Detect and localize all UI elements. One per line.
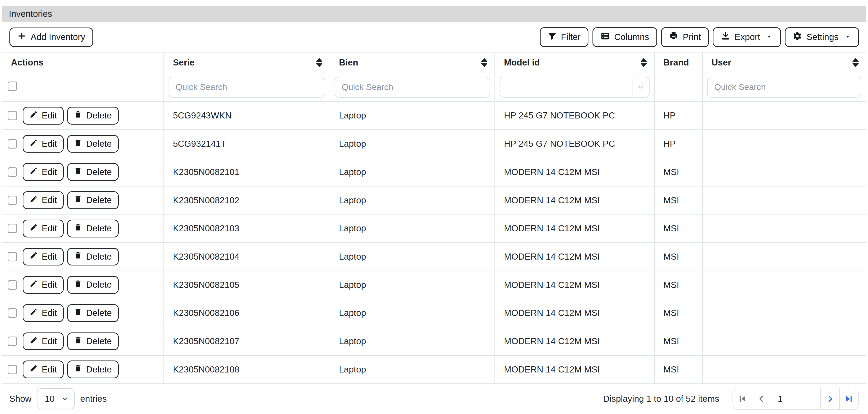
cell-brand: MSI (654, 271, 703, 299)
settings-button[interactable]: Settings (785, 27, 859, 47)
edit-button[interactable]: Edit (23, 304, 64, 322)
table-body: Edit Delete 5CG9243WKN Laptop HP 245 G7 … (2, 102, 866, 383)
bien-search-input[interactable] (335, 77, 490, 98)
row-checkbox[interactable] (8, 336, 17, 346)
row-checkbox[interactable] (8, 280, 17, 290)
last-page-button[interactable] (839, 388, 858, 409)
column-header-brand: Brand (654, 52, 703, 72)
table-row: Edit Delete K2305N0082103 Laptop MODERN … (2, 214, 866, 242)
export-label: Export (735, 32, 760, 42)
row-checkbox[interactable] (8, 252, 17, 261)
show-label: Show (9, 394, 32, 404)
delete-label: Delete (86, 223, 112, 234)
cell-user (703, 214, 866, 242)
column-header-model-id[interactable]: Model id (495, 52, 654, 72)
page-size-select[interactable]: 10 (37, 388, 74, 409)
row-checkbox[interactable] (8, 308, 17, 318)
delete-button[interactable]: Delete (67, 163, 119, 181)
cell-model-id: MODERN 14 C12M MSI (495, 214, 654, 242)
column-label: Bien (339, 58, 358, 67)
column-header-serie[interactable]: Serie (164, 52, 330, 72)
cell-brand: HP (654, 102, 703, 130)
cell-actions: Edit Delete (2, 327, 164, 355)
edit-button[interactable]: Edit (23, 248, 64, 266)
row-checkbox[interactable] (8, 167, 17, 177)
table-header-row: Actions Serie Bien Model id (2, 52, 866, 72)
export-button[interactable]: Export (713, 27, 781, 47)
edit-button[interactable]: Edit (23, 332, 64, 350)
cell-actions: Edit Delete (2, 102, 164, 130)
cell-serie: 5CG9243WKN (164, 102, 330, 130)
model-id-filter-select[interactable] (500, 77, 650, 98)
column-header-user[interactable]: User (703, 52, 866, 72)
pencil-icon (30, 167, 38, 177)
cell-actions: Edit Delete (2, 214, 164, 242)
caret-down-icon (844, 32, 851, 42)
pencil-icon (30, 251, 38, 262)
delete-button[interactable]: Delete (67, 135, 119, 153)
cell-user (703, 130, 866, 158)
edit-button[interactable]: Edit (23, 360, 64, 378)
row-checkbox[interactable] (8, 111, 17, 120)
delete-button[interactable]: Delete (67, 248, 119, 266)
cell-model-id: MODERN 14 C12M MSI (495, 158, 654, 186)
page-number-input[interactable] (771, 388, 820, 409)
pencil-icon (30, 336, 38, 347)
select-all-checkbox[interactable] (8, 82, 17, 91)
delete-button[interactable]: Delete (67, 304, 119, 322)
first-page-button[interactable] (733, 388, 752, 409)
cell-brand: HP (654, 130, 703, 158)
funnel-icon (548, 32, 557, 43)
delete-button[interactable]: Delete (67, 219, 119, 237)
cell-bien: Laptop (330, 355, 495, 383)
edit-label: Edit (42, 336, 57, 347)
cell-serie: 5CG932141T (164, 130, 330, 158)
serie-search-input[interactable] (168, 77, 325, 98)
edit-button[interactable]: Edit (23, 191, 64, 209)
inventories-card: Add Inventory Filter Columns Print Expo (2, 22, 866, 414)
cell-brand: MSI (654, 355, 703, 383)
columns-button[interactable]: Columns (592, 27, 657, 47)
edit-button[interactable]: Edit (23, 135, 64, 153)
user-search-input[interactable] (707, 77, 861, 98)
delete-label: Delete (86, 167, 112, 177)
add-inventory-button[interactable]: Add Inventory (9, 28, 93, 47)
chevron-right-icon (826, 394, 835, 403)
page-title-bar: Inventories (2, 6, 866, 22)
toolbar: Add Inventory Filter Columns Print Expo (2, 22, 866, 52)
row-checkbox[interactable] (8, 196, 17, 205)
filter-cell-serie (164, 73, 330, 102)
filter-button[interactable]: Filter (540, 27, 589, 47)
row-checkbox[interactable] (8, 365, 17, 374)
row-checkbox[interactable] (8, 139, 17, 149)
cell-brand: MSI (654, 299, 703, 327)
delete-button[interactable]: Delete (67, 360, 119, 378)
sort-icon (852, 58, 859, 67)
print-button[interactable]: Print (661, 27, 709, 47)
edit-button[interactable]: Edit (23, 107, 64, 125)
delete-label: Delete (86, 336, 112, 347)
pencil-icon (30, 223, 38, 234)
table-row: Edit Delete K2305N0082105 Laptop MODERN … (2, 271, 866, 299)
column-header-bien[interactable]: Bien (330, 52, 495, 72)
pagination-status: Displaying 1 to 10 of 52 items (603, 394, 719, 404)
prev-page-button[interactable] (752, 388, 771, 409)
cell-bien: Laptop (330, 299, 495, 327)
sort-icon (640, 58, 647, 67)
delete-button[interactable]: Delete (67, 191, 119, 209)
trash-icon (74, 251, 82, 262)
filter-cell-user (703, 73, 866, 102)
pencil-icon (30, 110, 38, 121)
cell-serie: K2305N0082101 (164, 158, 330, 186)
edit-button[interactable]: Edit (23, 276, 64, 294)
delete-button[interactable]: Delete (67, 107, 119, 125)
delete-button[interactable]: Delete (67, 276, 119, 294)
edit-button[interactable]: Edit (23, 219, 64, 237)
delete-button[interactable]: Delete (67, 332, 119, 350)
row-checkbox[interactable] (8, 224, 17, 233)
edit-button[interactable]: Edit (23, 163, 64, 181)
trash-icon (74, 308, 82, 319)
next-page-button[interactable] (820, 388, 839, 409)
cell-model-id: MODERN 14 C12M MSI (495, 271, 654, 299)
trash-icon (74, 223, 82, 234)
